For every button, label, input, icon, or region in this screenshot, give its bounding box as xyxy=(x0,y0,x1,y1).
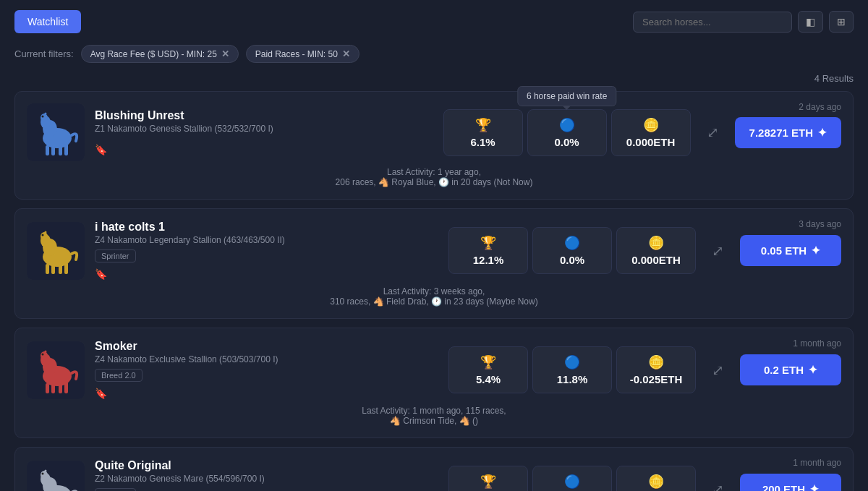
activity-line2: 310 races, 🐴 Field Drab, 🕐 in 23 days (M… xyxy=(27,296,841,307)
activity-line2: 206 races, 🐴 Royal Blue, 🕐 in 20 days (N… xyxy=(27,177,841,187)
svg-rect-15 xyxy=(51,264,55,274)
stat-value-0: 6.1% xyxy=(454,136,512,148)
layout-left-button[interactable]: ◧ xyxy=(798,11,823,33)
horse-image xyxy=(27,103,85,161)
horse-meta: Z4 Nakamoto Legendary Stallion (463/463/… xyxy=(95,235,438,245)
stat-wrapper-2: 🪙 3.444ETH xyxy=(616,466,696,491)
horse-card-3: 1 month ago Quite Original Z2 Nakamoto G… xyxy=(14,447,854,491)
watchlist-button[interactable]: Watchlist xyxy=(14,10,81,33)
horse-card-2: 1 month ago Smoker Z4 Nakamoto Exclusive… xyxy=(14,328,854,438)
stat-value-2: 0.000ETH xyxy=(622,136,680,148)
stat-icon-0: 🏆 xyxy=(459,235,517,251)
search-input[interactable] xyxy=(633,12,792,33)
expand-button[interactable]: ⤢ xyxy=(706,356,730,385)
horse-tag: Breed 2.0 xyxy=(95,369,142,382)
stats-group: 🏆 6.1% 6 horse paid win rate 🔵 0.0% 🪙 0.… xyxy=(443,109,691,156)
buy-button[interactable]: 200 ETH ✦ xyxy=(740,474,841,491)
top-bar-left: Watchlist xyxy=(14,10,81,33)
results-count: 4 Results xyxy=(14,73,854,84)
svg-rect-26 xyxy=(59,383,62,393)
stat-icon-1: 🔵 xyxy=(543,474,601,490)
card-timestamp: 3 days ago xyxy=(799,219,841,229)
stat-wrapper-2: 🪙 -0.025ETH xyxy=(616,346,696,393)
top-bar: Watchlist ◧ ⊞ xyxy=(14,7,854,33)
cards-container: 2 days ago Blushing Unrest Z1 Nakamoto G… xyxy=(14,91,854,491)
stat-wrapper-0: 🏆 5.4% xyxy=(448,346,528,393)
stat-box-0: 🏆 6.1% xyxy=(443,109,523,156)
svg-rect-24 xyxy=(46,383,49,393)
horse-meta: Z1 Nakamoto Genesis Stallion (532/532/70… xyxy=(95,124,433,134)
star-icon: ✦ xyxy=(809,482,819,491)
svg-rect-6 xyxy=(59,145,62,155)
horse-image xyxy=(27,222,85,280)
stat-icon-1: 🔵 xyxy=(538,117,596,133)
buy-button[interactable]: 7.28271 ETH ✦ xyxy=(735,117,841,148)
stat-box-2: 🪙 3.444ETH xyxy=(616,466,696,491)
stat-icon-1: 🔵 xyxy=(543,235,601,251)
activity-line1: Last Activity: 3 weeks ago, xyxy=(27,286,841,296)
activity-line2: 🐴 Crimson Tide, 🐴 () xyxy=(27,416,841,426)
svg-rect-4 xyxy=(46,145,49,155)
svg-point-39 xyxy=(42,472,44,474)
horse-name: Smoker xyxy=(95,340,438,353)
card-inner: Blushing Unrest Z1 Nakamoto Genesis Stal… xyxy=(27,103,841,161)
stat-box-0: 🏆 5.4% xyxy=(448,346,528,393)
svg-rect-5 xyxy=(51,145,55,155)
activity-row: Last Activity: 3 weeks ago, 310 races, 🐴… xyxy=(27,286,841,307)
stat-box-0: 🏆 24.4% xyxy=(448,466,528,491)
horse-name: i hate colts 1 xyxy=(95,221,438,234)
buy-button[interactable]: 0.05 ETH ✦ xyxy=(740,235,841,266)
stat-box-1: 🔵 0.0% xyxy=(532,227,612,274)
star-icon: ✦ xyxy=(811,244,820,257)
stat-icon-2: 🪙 xyxy=(622,117,680,133)
stat-value-1: 0.0% xyxy=(543,254,601,266)
expand-button[interactable]: ⤢ xyxy=(706,236,730,265)
stat-box-2: 🪙 -0.025ETH xyxy=(616,346,696,393)
stat-tooltip: 6 horse paid win rate xyxy=(517,86,616,106)
card-inner: Smoker Z4 Nakamoto Exclusive Stallion (5… xyxy=(27,340,841,400)
svg-rect-14 xyxy=(46,264,49,274)
filter-chip-fee: Avg Race Fee ($ USD) - MIN: 25 ✕ xyxy=(81,45,239,63)
horse-info: i hate colts 1 Z4 Nakamoto Legendary Sta… xyxy=(95,221,438,281)
svg-rect-27 xyxy=(64,382,68,393)
stat-wrapper-2: 🪙 0.000ETH xyxy=(611,109,691,156)
card-timestamp: 2 days ago xyxy=(799,102,841,112)
filter-chip-paid-close[interactable]: ✕ xyxy=(342,48,350,59)
horse-tags: Sprinter xyxy=(95,249,438,262)
expand-button[interactable]: ⤢ xyxy=(701,118,725,147)
bookmark-button[interactable]: 🔖 xyxy=(95,268,107,280)
filter-chip-fee-text: Avg Race Fee ($ USD) - MIN: 25 xyxy=(90,49,217,59)
star-icon: ✦ xyxy=(817,126,827,140)
horse-meta: Z2 Nakamoto Genesis Mare (554/596/700 I) xyxy=(95,474,438,484)
activity-line1: Last Activity: 1 year ago, xyxy=(27,167,841,177)
expand-button[interactable]: ⤢ xyxy=(706,475,730,492)
horse-name: Quite Original xyxy=(95,459,438,472)
activity-line1: Last Activity: 1 month ago, 115 races, xyxy=(27,406,841,416)
stat-icon-0: 🏆 xyxy=(459,474,517,490)
stat-box-2: 🪙 0.000ETH xyxy=(616,227,696,274)
stats-group: 🏆 12.1% 🔵 0.0% 🪙 0.000ETH xyxy=(448,227,696,274)
stat-wrapper-1: 🔵 0.0% xyxy=(532,227,612,274)
bookmark-button[interactable]: 🔖 xyxy=(95,388,107,399)
stat-icon-0: 🏆 xyxy=(459,354,517,370)
horse-tag: Sprinter xyxy=(95,249,136,262)
filter-chip-fee-close[interactable]: ✕ xyxy=(221,48,229,59)
filters-row: Current filters: Avg Race Fee ($ USD) - … xyxy=(14,45,854,63)
buy-button[interactable]: 0.2 ETH ✦ xyxy=(740,354,841,385)
svg-point-19 xyxy=(42,234,44,236)
horse-image xyxy=(27,341,85,399)
horse-meta: Z4 Nakamoto Exclusive Stallion (503/503/… xyxy=(95,354,438,364)
layout-grid-button[interactable]: ⊞ xyxy=(829,11,854,33)
bookmark-button[interactable]: 🔖 xyxy=(95,144,107,155)
stat-icon-2: 🪙 xyxy=(627,474,685,490)
horse-card-0: 2 days ago Blushing Unrest Z1 Nakamoto G… xyxy=(14,91,854,200)
horse-name: Blushing Unrest xyxy=(95,109,433,122)
stat-wrapper-2: 🪙 0.000ETH xyxy=(616,227,696,274)
filter-chip-paid: Paid Races - MIN: 50 ✕ xyxy=(246,45,359,63)
stats-group: 🏆 24.4% 🔵 23.7% 🪙 3.444ETH xyxy=(448,466,696,491)
svg-rect-7 xyxy=(64,144,68,155)
stat-box-1: 🔵 11.8% xyxy=(532,346,612,393)
stat-icon-0: 🏆 xyxy=(454,117,512,133)
svg-rect-25 xyxy=(51,383,55,393)
horse-image xyxy=(27,461,85,492)
